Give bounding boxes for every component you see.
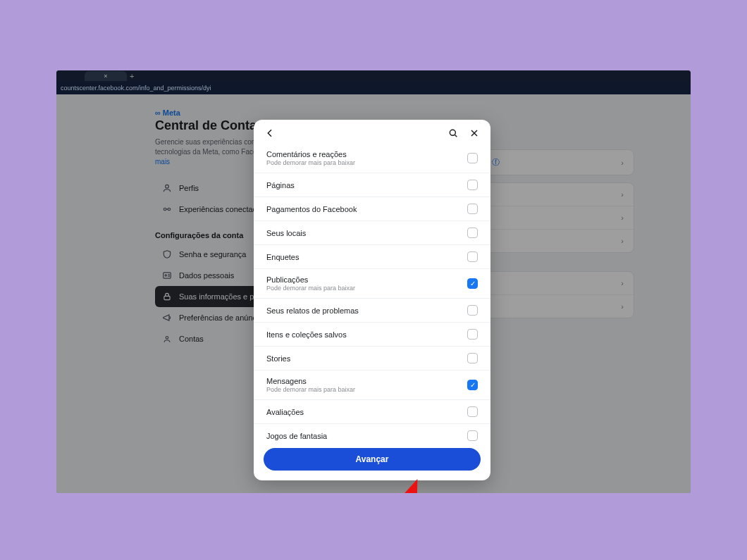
category-checkbox[interactable] bbox=[467, 204, 478, 214]
category-label: Itens e coleções salvos bbox=[266, 330, 347, 339]
data-category-row[interactable]: Avaliações bbox=[254, 400, 490, 424]
back-icon[interactable] bbox=[264, 127, 276, 139]
category-checkbox[interactable] bbox=[467, 228, 478, 238]
category-subtext: Pode demorar mais para baixar bbox=[266, 386, 355, 393]
data-category-row[interactable]: Páginas bbox=[254, 173, 490, 197]
category-label: Stories bbox=[266, 354, 290, 363]
data-category-row[interactable]: PublicaçõesPode demorar mais para baixar… bbox=[254, 269, 490, 299]
category-checkbox[interactable] bbox=[467, 251, 478, 262]
new-tab-button[interactable]: + bbox=[130, 72, 134, 80]
browser-tab-strip: × + bbox=[56, 70, 691, 82]
category-checkbox[interactable] bbox=[467, 180, 478, 190]
svg-point-7 bbox=[450, 130, 455, 135]
category-label: Seus locais bbox=[266, 229, 306, 237]
browser-tab[interactable]: × bbox=[85, 71, 127, 81]
search-icon[interactable] bbox=[447, 127, 459, 139]
url-bar[interactable]: countscenter.facebook.com/info_and_permi… bbox=[56, 82, 691, 94]
category-checkbox[interactable] bbox=[467, 153, 478, 163]
data-category-row[interactable]: Stories bbox=[254, 347, 490, 371]
data-category-row[interactable]: Comentários e reaçõesPode demorar mais p… bbox=[254, 144, 490, 173]
data-category-row[interactable]: Seus relatos de problemas bbox=[254, 299, 490, 323]
category-label: Comentários e reações bbox=[266, 150, 355, 158]
category-label: Seus relatos de problemas bbox=[266, 306, 359, 315]
close-icon[interactable]: × bbox=[104, 73, 107, 80]
category-label: Enquetes bbox=[266, 253, 299, 261]
category-subtext: Pode demorar mais para baixar bbox=[266, 285, 355, 292]
data-category-row[interactable]: Jogos de fantasia bbox=[254, 424, 490, 441]
category-checkbox[interactable]: ✓ bbox=[467, 278, 478, 289]
data-category-row[interactable]: Itens e coleções salvos bbox=[254, 323, 490, 347]
modal-footer: Avançar bbox=[254, 441, 490, 480]
category-label: Avaliações bbox=[266, 408, 304, 416]
category-checkbox[interactable]: ✓ bbox=[467, 380, 478, 390]
category-label: Publicações bbox=[266, 275, 355, 284]
category-checkbox[interactable] bbox=[467, 406, 478, 417]
data-category-row[interactable]: MensagensPode demorar mais para baixar✓ bbox=[254, 371, 490, 400]
category-label: Pagamentos do Facebook bbox=[266, 205, 357, 213]
select-data-modal: Comentários e reaçõesPode demorar mais p… bbox=[254, 120, 490, 480]
data-category-row[interactable]: Enquetes bbox=[254, 245, 490, 269]
category-label: Páginas bbox=[266, 181, 295, 189]
category-checkbox[interactable] bbox=[467, 430, 478, 441]
advance-button[interactable]: Avançar bbox=[264, 448, 481, 471]
close-icon[interactable] bbox=[468, 127, 481, 139]
category-subtext: Pode demorar mais para baixar bbox=[266, 159, 355, 166]
category-label: Jogos de fantasia bbox=[266, 432, 327, 440]
category-label: Mensagens bbox=[266, 377, 355, 385]
data-category-row[interactable]: Seus locais bbox=[254, 221, 490, 245]
data-category-list[interactable]: Comentários e reaçõesPode demorar mais p… bbox=[254, 144, 490, 441]
url-text: countscenter.facebook.com/info_and_permi… bbox=[61, 85, 211, 92]
data-category-row[interactable]: Pagamentos do Facebook bbox=[254, 197, 490, 221]
modal-header bbox=[254, 120, 490, 144]
category-checkbox[interactable] bbox=[467, 305, 478, 316]
category-checkbox[interactable] bbox=[467, 353, 478, 363]
browser-window: × + countscenter.facebook.com/info_and_p… bbox=[56, 70, 691, 493]
category-checkbox[interactable] bbox=[467, 329, 478, 340]
